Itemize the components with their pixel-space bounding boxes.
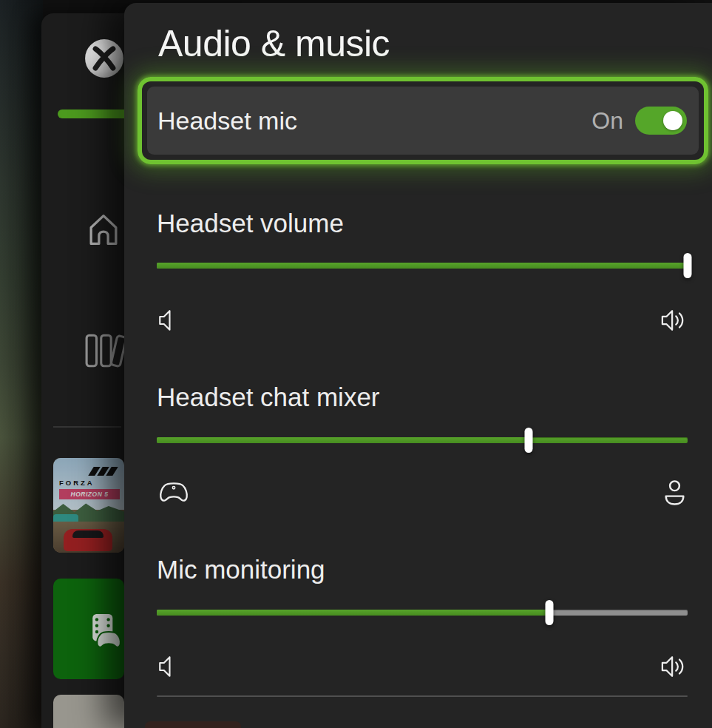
game-background [0,0,43,728]
person-icon [663,479,686,506]
slider-track[interactable] [157,610,688,616]
slider-fill [157,263,688,269]
tile-media-app[interactable] [53,579,124,679]
battery-progress-bar [58,109,130,118]
xbox-logo[interactable] [84,38,124,78]
film-controller-icon [90,613,123,650]
next-row-peek [145,721,241,728]
slider-track[interactable] [157,263,688,269]
xbox-guide-overlay: FORZA HORIZON 5 Audio & music [0,0,712,728]
focus-ring: Headset mic On [138,77,708,164]
headset-mic-toggle[interactable] [635,107,687,135]
speaker-loud-icon [661,307,686,334]
mic-monitoring-label: Mic monitoring [157,555,325,584]
speaker-loud-icon [661,653,686,680]
slider-handle[interactable] [524,428,532,453]
controller-icon [158,481,189,505]
speaker-quiet-icon [158,307,173,334]
slider-handle[interactable] [546,600,554,625]
sidebar-divider [53,426,121,428]
slider-fill [157,437,529,443]
mic-monitoring-icon-row [157,653,688,681]
headset-mic-label: Headset mic [157,107,591,135]
headset-chat-mixer-label: Headset chat mixer [157,382,380,412]
slider-track[interactable] [157,437,688,443]
speaker-quiet-icon [158,653,173,680]
slider-fill [157,610,549,616]
section-divider [157,695,688,697]
library-icon[interactable] [84,333,129,368]
toggle-knob [663,111,682,130]
slider-handle[interactable] [684,253,692,278]
headset-mic-row[interactable]: Headset mic On [147,87,699,155]
headset-volume-label: Headset volume [157,209,344,238]
audio-music-panel: Audio & music Headset mic On Headset vol… [124,3,712,728]
tile-forza-horizon-5[interactable]: FORZA HORIZON 5 [53,458,124,553]
tile-bottom-app[interactable] [53,695,124,728]
home-icon[interactable] [86,212,121,246]
tile-dim-overlay [53,458,124,553]
headset-chat-mixer-icon-row [157,479,688,507]
headset-volume-slider[interactable] [157,263,688,269]
headset-chat-mixer-slider[interactable] [157,437,688,443]
headset-mic-state-text: On [591,107,623,135]
mic-monitoring-slider[interactable] [157,610,688,616]
headset-volume-icon-row [157,306,688,334]
page-title: Audio & music [158,22,390,65]
